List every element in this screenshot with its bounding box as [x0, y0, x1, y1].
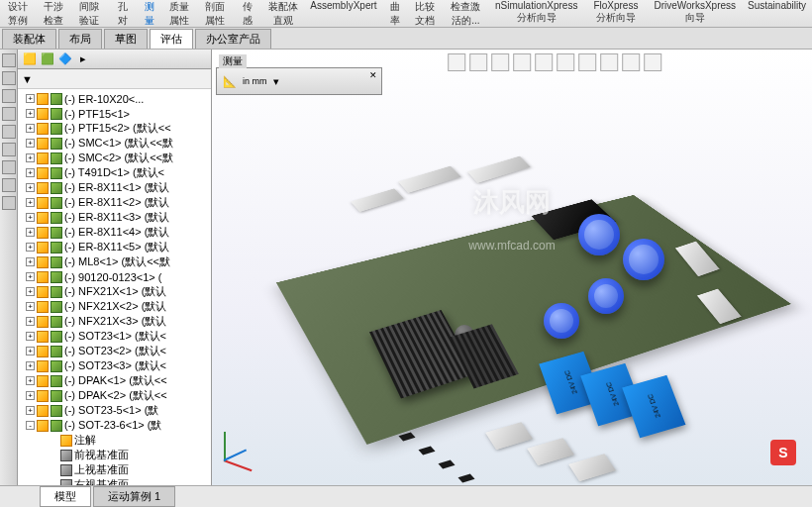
ribbon-button[interactable]: 曲率 [383, 0, 407, 28]
render-icon[interactable] [644, 53, 661, 71]
expand-icon[interactable]: + [26, 243, 35, 252]
tool-icon[interactable] [2, 107, 16, 121]
tree-node[interactable]: +(-) SMC<2> (默认<<默 [20, 151, 209, 165]
expand-icon[interactable]: + [26, 317, 35, 326]
tree-node[interactable]: +(-) DPAK<2> (默认<< [20, 388, 209, 403]
expand-icon[interactable]: + [26, 287, 35, 296]
tree-node[interactable]: -(-) SOT-23-6<1> (默 [20, 418, 209, 433]
tool-icon[interactable] [2, 53, 16, 67]
measure-toolbar[interactable]: 测量 📐 in mm ▾ ✕ [216, 67, 382, 95]
expand-icon[interactable]: + [26, 109, 35, 118]
ribbon-button[interactable]: Sustainability [742, 0, 812, 11]
measure-dd-icon[interactable]: ▾ [273, 75, 279, 88]
expand-icon[interactable]: - [26, 421, 35, 430]
ribbon-button[interactable]: 测量 [138, 0, 161, 28]
expand-icon[interactable]: + [26, 376, 35, 385]
tree-node[interactable]: +(-) SOT23<2> (默认< [20, 344, 209, 358]
expand-icon[interactable]: + [26, 391, 35, 400]
expand-icon[interactable]: + [26, 124, 35, 133]
expand-icon[interactable]: + [26, 213, 35, 222]
zoom-fit-icon[interactable] [448, 53, 465, 71]
tree-node[interactable]: +(-) PTF15<1> [20, 106, 209, 121]
expand-icon[interactable]: + [26, 347, 35, 355]
zoom-area-icon[interactable] [469, 53, 487, 71]
bottom-tab[interactable]: 运动算例 1 [93, 486, 175, 507]
command-tab[interactable]: 装配体 [2, 29, 56, 49]
tree-node[interactable]: +(-) NFX21X<2> (默认 [20, 299, 209, 314]
tree-node[interactable]: +(-) ER-8X11<3> (默认 [20, 210, 209, 225]
expand-icon[interactable]: + [26, 94, 35, 103]
tree-subnode[interactable]: 注解 [20, 433, 209, 448]
command-tab[interactable]: 评估 [150, 29, 193, 49]
ribbon-button[interactable]: AssemblyXpert [304, 0, 382, 11]
tree-node[interactable]: +(-) 90120-0123<1> ( [20, 269, 209, 284]
appearance-icon[interactable] [622, 53, 640, 71]
display-style-icon[interactable] [557, 53, 574, 71]
command-tab[interactable]: 布局 [58, 29, 102, 49]
viewport-3d[interactable]: 测量 📐 in mm ▾ ✕ 沐风网 www.mfcad.com [212, 50, 812, 485]
tool-icon[interactable] [2, 89, 16, 103]
ribbon-button[interactable]: 质量属性 [161, 0, 197, 28]
tree-node[interactable]: +(-) ML8<1> (默认<<默 [20, 254, 209, 269]
tool-icon[interactable] [2, 160, 16, 174]
view-orient-icon[interactable] [535, 53, 553, 71]
measure-icon[interactable]: 📐 [223, 75, 237, 88]
measure-unit[interactable]: in mm [243, 76, 267, 86]
section-icon[interactable] [513, 53, 531, 71]
expand-icon[interactable]: + [26, 198, 35, 207]
expand-icon[interactable]: + [26, 332, 35, 341]
tree-node[interactable]: +(-) NFX21X<3> (默认 [20, 314, 209, 329]
command-tab[interactable]: 草图 [104, 29, 148, 49]
tree-subnode[interactable]: 右视基准面 [20, 477, 209, 485]
expand-icon[interactable]: + [26, 153, 35, 162]
tree-node[interactable]: +(-) SMC<1> (默认<<默 [20, 136, 209, 151]
prev-view-icon[interactable] [491, 53, 509, 71]
expand-icon[interactable]: + [26, 272, 35, 281]
expand-icon[interactable]: + [26, 361, 35, 370]
panel-tab-display-icon[interactable]: 🔷 [57, 51, 73, 67]
expand-icon[interactable]: + [26, 406, 35, 415]
panel-tab-more-icon[interactable]: ▸ [75, 51, 91, 67]
bottom-tab[interactable]: 模型 [40, 486, 91, 507]
ribbon-button[interactable]: nSimulationXpress 分析向导 [489, 0, 583, 25]
tree-node[interactable]: +(-) ER-10X20<... [20, 91, 209, 106]
tree-node[interactable]: +(-) ER-8X11<4> (默认 [20, 225, 209, 240]
hide-show-icon[interactable] [578, 53, 596, 71]
feature-tree[interactable]: +(-) ER-10X20<...+(-) PTF15<1>+(-) PTF15… [18, 89, 211, 485]
tree-node[interactable]: +(-) SOT23<3> (默认< [20, 358, 209, 373]
tree-node[interactable]: +(-) ER-8X11<5> (默认 [20, 240, 209, 254]
ribbon-button[interactable]: 检查激活的... [443, 0, 489, 28]
ribbon-button[interactable]: 比较文档 [407, 0, 443, 28]
ribbon-button[interactable]: DriveWorksXpress 向导 [648, 0, 742, 25]
tree-node[interactable]: +(-) SOT23<1> (默认< [20, 329, 209, 344]
tool-icon[interactable] [2, 71, 16, 85]
tree-node[interactable]: +(-) NFX21X<1> (默认 [20, 284, 209, 299]
close-icon[interactable]: ✕ [367, 70, 379, 82]
tree-subnode[interactable]: 上视基准面 [20, 462, 209, 477]
expand-icon[interactable]: + [26, 228, 35, 237]
tree-node[interactable]: +(-) ER-8X11<1> (默认 [20, 180, 209, 195]
scene-icon[interactable] [600, 53, 618, 71]
ribbon-button[interactable]: 设计算例 [0, 0, 36, 28]
tree-node[interactable]: +(-) ER-8X11<2> (默认 [20, 195, 209, 210]
tree-subnode[interactable]: 前视基准面 [20, 448, 209, 462]
expand-icon[interactable]: + [26, 139, 35, 148]
tool-icon[interactable] [2, 178, 16, 192]
tool-icon[interactable] [2, 125, 16, 139]
ribbon-button[interactable]: 剖面属性 [197, 0, 233, 28]
ribbon-button[interactable]: 间隙验证 [71, 0, 107, 28]
ribbon-button[interactable]: 干涉检查 [36, 0, 71, 28]
command-tab[interactable]: 办公室产品 [195, 29, 271, 49]
expand-icon[interactable]: + [26, 168, 35, 177]
panel-tab-config-icon[interactable]: 🟩 [40, 51, 55, 67]
tree-node[interactable]: +(-) T491D<1> (默认< [20, 165, 209, 180]
expand-icon[interactable]: + [26, 302, 35, 311]
tree-node[interactable]: +(-) DPAK<1> (默认<< [20, 373, 209, 388]
tree-node[interactable]: +(-) SOT23-5<1> (默 [20, 403, 209, 418]
tool-icon[interactable] [2, 143, 16, 156]
ribbon-button[interactable]: FloXpress 分析向导 [583, 0, 648, 25]
ribbon-button[interactable]: 装配体直观 [262, 0, 304, 28]
panel-tab-assembly-icon[interactable]: 🟨 [22, 51, 38, 67]
filter-icon[interactable]: ▼ [22, 73, 33, 85]
tree-node[interactable]: +(-) PTF15<2> (默认<< [20, 121, 209, 136]
